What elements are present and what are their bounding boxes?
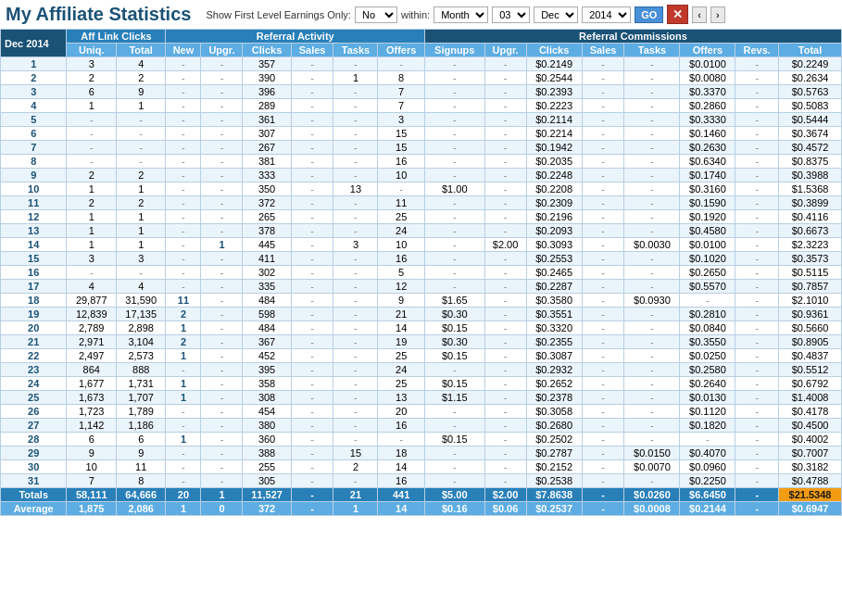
- cell-offers: 15: [378, 141, 425, 155]
- cell-clicks2: $0.2787: [526, 446, 582, 460]
- day-link[interactable]: 22: [28, 350, 39, 361]
- cell-day[interactable]: 23: [1, 363, 67, 377]
- cell-uniq: 1,142: [67, 419, 116, 433]
- cell-day[interactable]: 2: [1, 71, 67, 85]
- day-link[interactable]: 25: [28, 392, 39, 403]
- cell-revs: -: [735, 460, 779, 474]
- cell-day[interactable]: 21: [1, 335, 67, 349]
- cell-day[interactable]: 28: [1, 433, 67, 446]
- col-sales2: Sales: [582, 44, 624, 57]
- cell-new: -: [166, 238, 201, 252]
- cell-day[interactable]: 14: [1, 238, 67, 252]
- cell-revs: -: [735, 85, 779, 99]
- new-link[interactable]: 11: [178, 295, 189, 306]
- cell-day[interactable]: 5: [1, 113, 67, 127]
- cell-clicks2: $0.2223: [526, 99, 582, 113]
- day-link[interactable]: 5: [31, 114, 36, 125]
- new-link[interactable]: 1: [181, 434, 186, 445]
- cell-day[interactable]: 30: [1, 460, 67, 474]
- cell-day[interactable]: 19: [1, 308, 67, 321]
- cell-day[interactable]: 11: [1, 196, 67, 210]
- table-row: 1011--350-13-$1.00-$0.2208--$0.3160-$1.5…: [1, 182, 842, 196]
- day-link[interactable]: 30: [28, 461, 39, 472]
- day-link[interactable]: 19: [28, 308, 39, 320]
- day-link[interactable]: 9: [31, 170, 36, 181]
- new-link[interactable]: 1: [181, 378, 186, 389]
- cell-day[interactable]: 12: [1, 210, 67, 224]
- day-link[interactable]: 29: [28, 447, 39, 459]
- day-select[interactable]: 03: [492, 6, 530, 23]
- cell-day[interactable]: 9: [1, 169, 67, 182]
- cell-day[interactable]: 25: [1, 391, 67, 405]
- totals-tasks: 21: [333, 488, 378, 502]
- cell-day[interactable]: 1: [1, 57, 67, 71]
- day-link[interactable]: 28: [28, 434, 39, 445]
- cell-day[interactable]: 6: [1, 127, 67, 141]
- day-link[interactable]: 8: [31, 156, 36, 167]
- cell-day[interactable]: 13: [1, 224, 67, 238]
- day-link[interactable]: 11: [28, 197, 39, 208]
- cell-offers: 14: [378, 460, 425, 474]
- cell-day[interactable]: 15: [1, 252, 67, 266]
- cell-day[interactable]: 29: [1, 446, 67, 460]
- period-select[interactable]: Month Week Day: [434, 6, 488, 23]
- cell-day[interactable]: 17: [1, 280, 67, 294]
- cell-tasks: -: [333, 224, 378, 238]
- cell-day[interactable]: 24: [1, 377, 67, 391]
- day-link[interactable]: 24: [28, 378, 39, 389]
- cell-day[interactable]: 18: [1, 294, 67, 308]
- cell-day[interactable]: 16: [1, 266, 67, 280]
- next-button[interactable]: ›: [710, 6, 725, 23]
- day-link[interactable]: 16: [28, 267, 39, 278]
- day-link[interactable]: 3: [31, 86, 36, 97]
- cell-day[interactable]: 20: [1, 321, 67, 335]
- upgr-link[interactable]: 1: [219, 239, 224, 250]
- day-link[interactable]: 12: [28, 211, 39, 222]
- day-link[interactable]: 14: [28, 239, 39, 250]
- cell-day[interactable]: 10: [1, 182, 67, 196]
- cell-total: 8: [116, 474, 165, 488]
- cell-day[interactable]: 3: [1, 85, 67, 99]
- day-link[interactable]: 7: [31, 142, 36, 153]
- day-link[interactable]: 4: [31, 100, 36, 111]
- cell-total2: $0.5115: [779, 266, 842, 280]
- cell-offers: 25: [378, 349, 425, 363]
- prev-button[interactable]: ‹: [692, 6, 707, 23]
- cell-day[interactable]: 4: [1, 99, 67, 113]
- day-link[interactable]: 20: [28, 322, 39, 333]
- cell-day[interactable]: 7: [1, 141, 67, 155]
- new-link[interactable]: 2: [181, 336, 186, 347]
- new-link[interactable]: 2: [181, 308, 186, 320]
- close-button[interactable]: ✕: [667, 5, 688, 24]
- day-link[interactable]: 15: [28, 253, 39, 264]
- cell-sales: -: [291, 363, 333, 377]
- cell-sales2: -: [582, 474, 624, 488]
- cell-day[interactable]: 26: [1, 405, 67, 419]
- new-link[interactable]: 1: [181, 322, 186, 333]
- day-link[interactable]: 27: [28, 420, 39, 431]
- cell-day[interactable]: 8: [1, 155, 67, 169]
- cell-day[interactable]: 27: [1, 419, 67, 433]
- month-select[interactable]: Dec: [534, 6, 578, 23]
- cell-clicks2: $0.2196: [526, 210, 582, 224]
- day-link[interactable]: 26: [28, 406, 39, 417]
- cell-day[interactable]: 22: [1, 349, 67, 363]
- cell-new: -: [166, 446, 201, 460]
- new-link[interactable]: 1: [181, 350, 186, 361]
- year-select[interactable]: 2014: [582, 6, 631, 23]
- show-first-select[interactable]: No Yes: [355, 6, 397, 23]
- new-link[interactable]: 1: [181, 392, 186, 403]
- day-link[interactable]: 2: [31, 72, 36, 83]
- day-link[interactable]: 10: [28, 183, 39, 195]
- day-link[interactable]: 18: [28, 295, 39, 306]
- cell-day[interactable]: 31: [1, 474, 67, 488]
- day-link[interactable]: 31: [28, 475, 39, 486]
- cell-offers2: $0.1590: [680, 196, 735, 210]
- day-link[interactable]: 21: [28, 336, 39, 347]
- day-link[interactable]: 17: [28, 281, 39, 292]
- day-link[interactable]: 23: [28, 364, 39, 375]
- day-link[interactable]: 1: [31, 58, 36, 69]
- day-link[interactable]: 13: [28, 225, 39, 236]
- go-button[interactable]: GO: [635, 6, 663, 23]
- day-link[interactable]: 6: [31, 128, 36, 139]
